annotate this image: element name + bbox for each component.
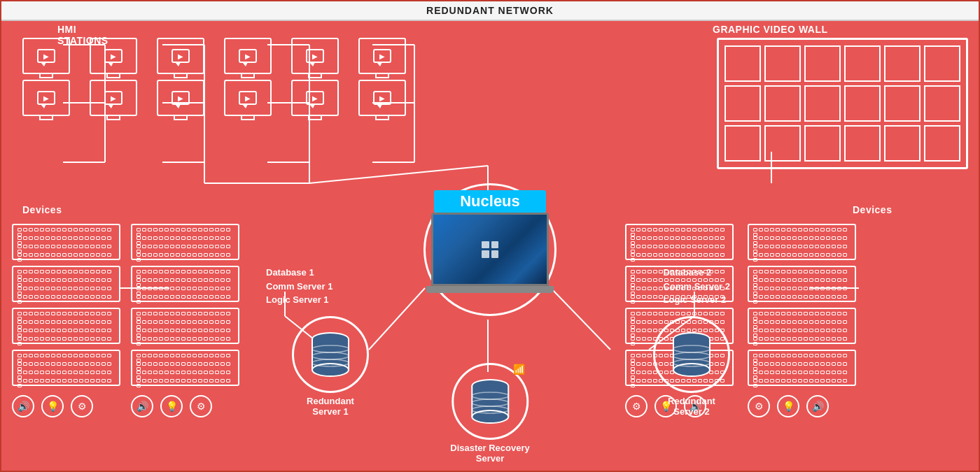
- video-cell-1: [724, 45, 761, 82]
- main-container: REDUNDANT NETWORK: [0, 0, 980, 472]
- video-cell-2: [764, 45, 801, 82]
- video-cell-14: [764, 125, 801, 162]
- video-cell-18: [924, 125, 960, 162]
- lightbulb-icon-l1: 💡: [41, 395, 64, 417]
- hmi-monitor-11: ▶: [358, 38, 406, 74]
- gear-icon-l2: ⚙: [190, 395, 212, 417]
- svg-line-19: [309, 166, 488, 183]
- server-rack-l7: [131, 308, 239, 344]
- hmi-monitor-9: ▶: [291, 38, 339, 74]
- server-rack-l6: [131, 266, 239, 302]
- hmi-monitor-10: ▶: [291, 80, 339, 116]
- hmi-row1: ▶ ▶ ▶ ▶: [22, 38, 406, 116]
- db1-container: Redundant Server 1: [292, 316, 369, 417]
- server-rack-r8: [748, 350, 856, 386]
- server-rack-r6: [748, 266, 856, 302]
- left-racks-col2: 🔊 💡 ⚙: [131, 224, 239, 417]
- db2-container: Redundant Server 2: [653, 316, 730, 417]
- gear-icon-l1: ⚙: [71, 395, 93, 417]
- laptop-screen: [431, 213, 549, 286]
- server-rack-r7: [748, 308, 856, 344]
- video-cell-11: [884, 85, 920, 122]
- hmi-monitor-8: ▶: [224, 80, 272, 116]
- hmi-monitor-6: ▶: [157, 80, 204, 116]
- svg-line-22: [369, 288, 425, 350]
- server-rack-l3: [12, 308, 120, 344]
- network-title: REDUNDANT NETWORK: [426, 5, 554, 16]
- lightbulb-icon-l2: 💡: [160, 395, 183, 417]
- db1-icon: [305, 329, 356, 380]
- right-icons-row2: ⚙ 💡 🔊: [748, 395, 856, 417]
- gear-icon-r2: ⚙: [748, 395, 770, 417]
- speaker-icon-l1: 🔊: [12, 395, 34, 417]
- hmi-group5: ▶ ▶: [291, 38, 339, 116]
- video-cell-7: [724, 85, 761, 122]
- db1-circle: [292, 316, 369, 393]
- hmi-monitor-2: ▶: [22, 80, 70, 116]
- dr-db-icon: [465, 376, 515, 427]
- db1-label-text: Database 1 Comm Server 1 Logic Server 1: [266, 266, 332, 307]
- nucleus-badge: Nucleus: [434, 190, 546, 213]
- db2-circle: [653, 316, 730, 393]
- left-icons-row2: 🔊 💡 ⚙: [131, 395, 239, 417]
- hmi-group4: ▶ ▶: [224, 38, 272, 116]
- left-icons-row1: 🔊 💡 ⚙: [12, 395, 120, 417]
- video-cell-8: [764, 85, 801, 122]
- left-racks-col1: 🔊 💡 ⚙: [12, 224, 120, 417]
- speaker-icon-l2: 🔊: [131, 395, 153, 417]
- db2-icon: [666, 329, 717, 380]
- svg-line-24: [551, 288, 610, 350]
- video-cell-12: [924, 85, 960, 122]
- video-cell-6: [924, 45, 960, 82]
- dr-server-label: Disaster Recovery Server: [450, 443, 529, 464]
- video-cell-9: [804, 85, 841, 122]
- laptop-base: [426, 286, 554, 293]
- gear-icon-r1: ⚙: [625, 395, 648, 417]
- video-wall-grid: [717, 38, 968, 169]
- hmi-monitor-5: ▶: [157, 38, 204, 74]
- server-rack-l8: [131, 350, 239, 386]
- video-cell-3: [804, 45, 841, 82]
- hmi-monitor-4: ▶: [90, 80, 137, 116]
- nucleus-laptop-container: Nucleus: [420, 190, 560, 293]
- server-rack-l5: [131, 224, 239, 260]
- video-cell-16: [844, 125, 881, 162]
- video-cell-5: [884, 45, 920, 82]
- dr-circle: 📶: [451, 363, 528, 440]
- video-cell-4: [844, 45, 881, 82]
- video-cell-15: [804, 125, 841, 162]
- hmi-group2: ▶ ▶: [90, 38, 137, 116]
- wireless-icon: 📶: [513, 364, 525, 375]
- dr-server-container: 📶 Disaster Recovery Server: [450, 363, 529, 464]
- server-rack-l1: [12, 224, 120, 260]
- hmi-group1: ▶ ▶: [22, 38, 70, 116]
- video-cell-13: [724, 125, 761, 162]
- server-rack-r1: [625, 224, 734, 260]
- hmi-monitor-1: ▶: [22, 38, 70, 74]
- lightbulb-icon-r2: 💡: [777, 395, 799, 417]
- video-cell-10: [844, 85, 881, 122]
- right-racks-col2: ⚙ 💡 🔊: [748, 224, 856, 417]
- db2-label-text: Database 2 Comm Server 2 Logic Server 2: [664, 266, 730, 307]
- server-rack-l2: [12, 266, 120, 302]
- hmi-group6: ▶ ▶: [358, 38, 406, 116]
- server-rack-l4: [12, 350, 120, 386]
- video-cell-17: [884, 125, 920, 162]
- top-title-bar: REDUNDANT NETWORK: [1, 1, 979, 21]
- server-rack-r5: [748, 224, 856, 260]
- speaker-icon-r2: 🔊: [806, 395, 829, 417]
- hmi-group3: ▶ ▶: [157, 38, 204, 116]
- hmi-monitor-12: ▶: [358, 80, 406, 116]
- hmi-monitor-3: ▶: [90, 38, 137, 74]
- hmi-monitor-7: ▶: [224, 38, 272, 74]
